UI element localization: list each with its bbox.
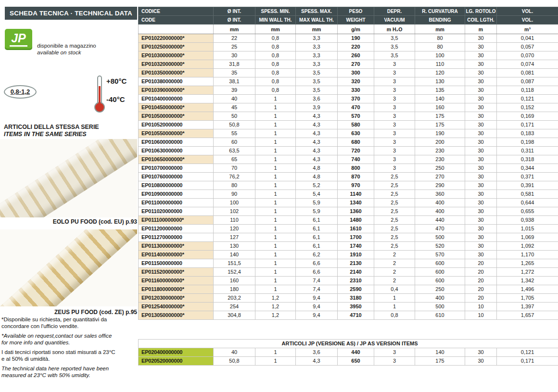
code-cell: EP010380000000 [139,77,214,86]
value-cell: 30 [465,225,497,233]
value-cell: 30 [465,138,497,147]
footnote: I dati tecnici riportati sono stati misu… [1,349,138,362]
value-cell: 1 [255,155,296,164]
value-cell: 2 [374,251,415,259]
table-row: EP010350000000*350,83,53003120300,081 [139,69,558,77]
value-cell: 1,2 [255,294,296,303]
value-cell: 30 [465,348,497,357]
value-cell: 0,087 [497,77,558,86]
unit-cell: m³ [497,25,558,34]
table-row: EP01127000000012716,117002,5500301,069 [139,233,558,242]
value-cell: 30 [465,60,497,69]
value-cell: 1 [255,103,296,112]
code-cell: EP011400000000* [139,251,214,259]
table-row: EP0104000000004013,63703140300,121 [139,95,558,103]
header-row-it: CODICEØ INT.SPESS. MIN.SPESS. MAX.PESODE… [139,7,558,16]
value-cell: 600 [415,277,465,285]
value-cell: 130 [214,242,255,251]
value-cell: 0,121 [497,95,558,103]
value-cell: 50,8 [214,121,255,129]
column-header-it: R. CURVATURA [415,7,465,16]
value-cell: 100 [415,51,465,60]
value-cell: 250 [415,285,465,294]
caption-zeus-pu-food: ZEUS PU FOOD (cod. ZE) p.95 [54,309,137,316]
code-cell: EP010630000000 [139,147,214,155]
value-cell: 30 [465,51,497,60]
value-cell: 6,6 [296,259,338,268]
value-cell: 370 [338,95,374,103]
table-row: EP011520000000*152,416,621402600201,272 [139,268,558,277]
code-cell: EP011020000000 [139,207,214,216]
code-cell: EP010320000000* [139,60,214,69]
temp-min-label: -40°C [106,95,125,103]
as-version-table: ARTICOLI JP (VERSIONE AS) / JP AS VERSIO… [138,339,558,366]
value-cell: 102 [214,207,255,216]
units-row: mmmmmmg/mm H₂Ommmm³ [139,25,558,34]
value-cell: 1480 [338,216,374,225]
code-cell: EP011600000000* [139,277,214,285]
value-cell: 3 [374,129,415,138]
value-cell: 3,6 [296,95,338,103]
value-cell: 3 [374,357,415,366]
value-cell: 30 [465,155,497,164]
value-cell: 1,2 [255,311,296,320]
value-cell: 40 [214,95,255,103]
value-cell: 30 [465,121,497,129]
value-cell: 45 [214,103,255,112]
table-row: EP010500000000*5014,35703175300,169 [139,112,558,121]
value-cell: 2,5 [374,242,415,251]
value-cell: 0,8 [255,86,296,95]
footnote: The technical data here reported have be… [1,366,138,379]
value-cell: 35 [214,69,255,77]
column-header-it: DEPR. [374,7,415,16]
sidebar: SCHEDA TECNICA · TECHNICAL DATA JP dispo… [0,0,138,392]
value-cell: 4,3 [296,129,338,138]
value-cell: 4710 [338,311,374,320]
value-cell: 1,272 [497,268,558,277]
value-cell: 1,2 [255,303,296,311]
value-cell: 740 [338,155,374,164]
value-cell: 0,081 [497,69,558,77]
value-cell: 0,041 [497,34,558,43]
value-cell: 440 [415,216,465,225]
value-cell: 1 [255,233,296,242]
code-cell: EP011100000000* [139,216,214,225]
value-cell: 3,5 [374,43,415,51]
value-cell: 30 [465,357,497,366]
value-cell: 0,318 [497,155,558,164]
table-row: EP010550000000*5514,36303190300,183 [139,129,558,138]
code-cell: EP011500000000 [139,259,214,268]
value-cell: 290 [415,181,465,190]
table-row: EP010650000000*6514,37403230300,318 [139,155,558,164]
value-cell: 30 [465,69,497,77]
value-cell: 38,1 [214,77,255,86]
table-row: EP01063000000063,514,37203230300,311 [139,147,558,155]
table-row: EP010250000000*250,83,32203,580300,057 [139,43,558,51]
table-row: EP012030000000*203,21,29,431801400201,70… [139,294,558,303]
unit-cell: mm [214,25,255,34]
value-cell: 190 [415,129,465,138]
value-cell: 140 [415,95,465,103]
value-cell: 650 [338,357,374,366]
value-cell: 30 [465,190,497,199]
value-cell: 220 [338,43,374,51]
value-cell: 610 [415,311,465,320]
value-cell: 3 [374,77,415,86]
value-cell: 1,397 [497,303,558,311]
value-cell: 1 [255,216,296,225]
value-cell: 3 [374,147,415,155]
column-header-it: CODICE [139,7,214,16]
table-row: EP0109000000009015,411402,5360300,581 [139,190,558,199]
jp-logo: JP [5,29,32,50]
value-cell: 30 [465,164,497,173]
value-cell: 5,9 [296,199,338,207]
value-cell: 400 [415,207,465,216]
value-cell: 30 [465,181,497,190]
code-cell: EP011000000000 [139,199,214,207]
value-cell: 55 [214,129,255,138]
value-cell: 1,342 [497,277,558,285]
code-cell: EP011270000000 [139,233,214,242]
column-header-it: VOL. [497,7,558,16]
value-cell: 3,3 [296,34,338,43]
value-cell: 304,8 [214,311,255,320]
